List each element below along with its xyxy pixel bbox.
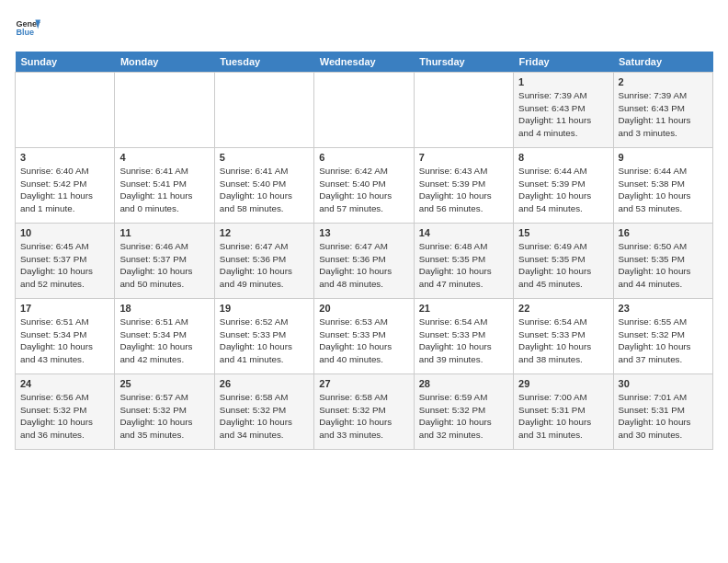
calendar-cell: 26Sunrise: 6:58 AM Sunset: 5:32 PM Dayli… xyxy=(214,374,313,450)
day-number: 4 xyxy=(119,152,209,163)
calendar-cell: 28Sunrise: 6:59 AM Sunset: 5:32 PM Dayli… xyxy=(414,374,513,450)
calendar-cell: 30Sunrise: 7:01 AM Sunset: 5:31 PM Dayli… xyxy=(613,374,712,450)
day-number: 18 xyxy=(119,303,209,314)
calendar-week-row: 1Sunrise: 7:39 AM Sunset: 6:43 PM Daylig… xyxy=(16,73,713,148)
weekday-header-cell: Sunday xyxy=(16,52,115,73)
calendar-cell: 3Sunrise: 6:40 AM Sunset: 5:42 PM Daylig… xyxy=(16,148,115,224)
calendar-cell: 12Sunrise: 6:47 AM Sunset: 5:36 PM Dayli… xyxy=(214,224,313,299)
calendar-cell: 22Sunrise: 6:54 AM Sunset: 5:33 PM Dayli… xyxy=(514,299,613,374)
day-info: Sunrise: 6:51 AM Sunset: 5:34 PM Dayligh… xyxy=(20,316,109,366)
day-number: 7 xyxy=(419,152,508,163)
day-number: 13 xyxy=(319,227,408,238)
day-number: 10 xyxy=(20,227,109,238)
day-info: Sunrise: 7:39 AM Sunset: 6:43 PM Dayligh… xyxy=(518,89,608,140)
day-info: Sunrise: 6:47 AM Sunset: 5:36 PM Dayligh… xyxy=(319,240,408,291)
calendar-cell: 10Sunrise: 6:45 AM Sunset: 5:37 PM Dayli… xyxy=(16,224,115,299)
weekday-header-cell: Thursday xyxy=(414,52,513,73)
day-info: Sunrise: 6:55 AM Sunset: 5:32 PM Dayligh… xyxy=(619,316,708,366)
day-info: Sunrise: 6:59 AM Sunset: 5:32 PM Dayligh… xyxy=(419,391,508,442)
day-number: 12 xyxy=(220,227,309,238)
day-info: Sunrise: 6:54 AM Sunset: 5:33 PM Dayligh… xyxy=(518,316,608,366)
calendar-body: 1Sunrise: 7:39 AM Sunset: 6:43 PM Daylig… xyxy=(16,73,713,450)
weekday-header-cell: Friday xyxy=(514,52,613,73)
day-number: 23 xyxy=(619,303,708,314)
calendar-week-row: 17Sunrise: 6:51 AM Sunset: 5:34 PM Dayli… xyxy=(16,299,713,374)
calendar-cell: 11Sunrise: 6:46 AM Sunset: 5:37 PM Dayli… xyxy=(115,224,214,299)
day-info: Sunrise: 6:58 AM Sunset: 5:32 PM Dayligh… xyxy=(220,391,309,442)
day-number: 1 xyxy=(518,76,608,87)
day-info: Sunrise: 6:42 AM Sunset: 5:40 PM Dayligh… xyxy=(319,165,408,215)
day-number: 2 xyxy=(619,76,708,87)
calendar-week-row: 3Sunrise: 6:40 AM Sunset: 5:42 PM Daylig… xyxy=(16,148,713,224)
day-number: 26 xyxy=(220,378,309,389)
calendar-cell: 14Sunrise: 6:48 AM Sunset: 5:35 PM Dayli… xyxy=(414,224,513,299)
day-number: 27 xyxy=(319,378,408,389)
day-info: Sunrise: 6:48 AM Sunset: 5:35 PM Dayligh… xyxy=(419,240,508,291)
day-info: Sunrise: 7:00 AM Sunset: 5:31 PM Dayligh… xyxy=(518,391,608,442)
day-info: Sunrise: 6:41 AM Sunset: 5:41 PM Dayligh… xyxy=(119,165,209,215)
calendar-cell xyxy=(314,73,414,148)
calendar-cell: 13Sunrise: 6:47 AM Sunset: 5:36 PM Dayli… xyxy=(314,224,414,299)
day-number: 11 xyxy=(119,227,209,238)
calendar-cell: 5Sunrise: 6:41 AM Sunset: 5:40 PM Daylig… xyxy=(214,148,313,224)
calendar-cell: 1Sunrise: 7:39 AM Sunset: 6:43 PM Daylig… xyxy=(514,73,613,148)
calendar-cell: 9Sunrise: 6:44 AM Sunset: 5:38 PM Daylig… xyxy=(613,148,712,224)
calendar-cell: 27Sunrise: 6:58 AM Sunset: 5:32 PM Dayli… xyxy=(314,374,414,450)
calendar-cell: 4Sunrise: 6:41 AM Sunset: 5:41 PM Daylig… xyxy=(115,148,214,224)
day-info: Sunrise: 6:54 AM Sunset: 5:33 PM Dayligh… xyxy=(419,316,508,366)
day-number: 16 xyxy=(619,227,708,238)
svg-text:Blue: Blue xyxy=(16,28,34,37)
day-number: 19 xyxy=(220,303,309,314)
day-info: Sunrise: 6:46 AM Sunset: 5:37 PM Dayligh… xyxy=(119,240,209,291)
calendar-cell: 7Sunrise: 6:43 AM Sunset: 5:39 PM Daylig… xyxy=(414,148,513,224)
calendar-cell: 23Sunrise: 6:55 AM Sunset: 5:32 PM Dayli… xyxy=(613,299,712,374)
day-info: Sunrise: 6:44 AM Sunset: 5:38 PM Dayligh… xyxy=(619,165,708,215)
weekday-header-row: SundayMondayTuesdayWednesdayThursdayFrid… xyxy=(16,52,713,73)
day-info: Sunrise: 6:44 AM Sunset: 5:39 PM Dayligh… xyxy=(518,165,608,215)
day-number: 22 xyxy=(518,303,608,314)
calendar-cell: 20Sunrise: 6:53 AM Sunset: 5:33 PM Dayli… xyxy=(314,299,414,374)
calendar-cell: 19Sunrise: 6:52 AM Sunset: 5:33 PM Dayli… xyxy=(214,299,313,374)
day-info: Sunrise: 6:56 AM Sunset: 5:32 PM Dayligh… xyxy=(20,391,109,442)
day-info: Sunrise: 6:57 AM Sunset: 5:32 PM Dayligh… xyxy=(119,391,209,442)
calendar-cell: 24Sunrise: 6:56 AM Sunset: 5:32 PM Dayli… xyxy=(16,374,115,450)
calendar-cell: 15Sunrise: 6:49 AM Sunset: 5:35 PM Dayli… xyxy=(514,224,613,299)
day-info: Sunrise: 6:58 AM Sunset: 5:32 PM Dayligh… xyxy=(319,391,408,442)
calendar-week-row: 10Sunrise: 6:45 AM Sunset: 5:37 PM Dayli… xyxy=(16,224,713,299)
calendar-cell xyxy=(414,73,513,148)
calendar-cell xyxy=(16,73,115,148)
calendar-cell: 25Sunrise: 6:57 AM Sunset: 5:32 PM Dayli… xyxy=(115,374,214,450)
logo: General Blue xyxy=(15,15,40,40)
day-info: Sunrise: 6:50 AM Sunset: 5:35 PM Dayligh… xyxy=(619,240,708,291)
day-info: Sunrise: 6:43 AM Sunset: 5:39 PM Dayligh… xyxy=(419,165,508,215)
day-info: Sunrise: 6:53 AM Sunset: 5:33 PM Dayligh… xyxy=(319,316,408,366)
day-number: 14 xyxy=(419,227,508,238)
day-number: 6 xyxy=(319,152,408,163)
day-number: 17 xyxy=(20,303,109,314)
day-number: 24 xyxy=(20,378,109,389)
calendar-cell xyxy=(115,73,214,148)
day-number: 30 xyxy=(619,378,708,389)
calendar-cell: 8Sunrise: 6:44 AM Sunset: 5:39 PM Daylig… xyxy=(514,148,613,224)
day-number: 28 xyxy=(419,378,508,389)
day-info: Sunrise: 6:49 AM Sunset: 5:35 PM Dayligh… xyxy=(518,240,608,291)
calendar-table: SundayMondayTuesdayWednesdayThursdayFrid… xyxy=(15,52,713,450)
calendar-cell: 18Sunrise: 6:51 AM Sunset: 5:34 PM Dayli… xyxy=(115,299,214,374)
day-number: 9 xyxy=(619,152,708,163)
day-info: Sunrise: 7:39 AM Sunset: 6:43 PM Dayligh… xyxy=(619,89,708,140)
day-info: Sunrise: 6:51 AM Sunset: 5:34 PM Dayligh… xyxy=(119,316,209,366)
calendar-week-row: 24Sunrise: 6:56 AM Sunset: 5:32 PM Dayli… xyxy=(16,374,713,450)
day-number: 21 xyxy=(419,303,508,314)
calendar-cell: 29Sunrise: 7:00 AM Sunset: 5:31 PM Dayli… xyxy=(514,374,613,450)
day-info: Sunrise: 6:52 AM Sunset: 5:33 PM Dayligh… xyxy=(220,316,309,366)
day-number: 8 xyxy=(518,152,608,163)
calendar-cell xyxy=(214,73,313,148)
day-info: Sunrise: 6:45 AM Sunset: 5:37 PM Dayligh… xyxy=(20,240,109,291)
calendar-cell: 2Sunrise: 7:39 AM Sunset: 6:43 PM Daylig… xyxy=(613,73,712,148)
day-number: 5 xyxy=(220,152,309,163)
calendar-cell: 17Sunrise: 6:51 AM Sunset: 5:34 PM Dayli… xyxy=(16,299,115,374)
calendar-cell: 16Sunrise: 6:50 AM Sunset: 5:35 PM Dayli… xyxy=(613,224,712,299)
day-info: Sunrise: 7:01 AM Sunset: 5:31 PM Dayligh… xyxy=(619,391,708,442)
day-number: 3 xyxy=(20,152,109,163)
calendar-cell: 6Sunrise: 6:42 AM Sunset: 5:40 PM Daylig… xyxy=(314,148,414,224)
